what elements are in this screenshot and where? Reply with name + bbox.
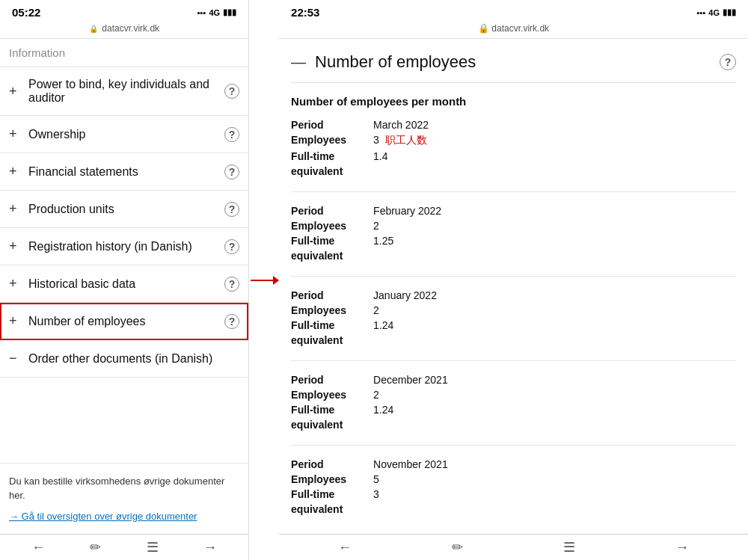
right-address-bar: 🔒 datacvr.virk.dk (279, 22, 748, 39)
menu-item-financial[interactable]: +Financial statements? (0, 153, 248, 191)
right-bottom-toolbar: ← ✏ ☰ → (279, 534, 748, 560)
top-item-label: Information (0, 39, 248, 67)
data-key-2-0: Period (291, 289, 373, 302)
info-text: Du kan bestille virksomhedens øvrige dok… (9, 476, 224, 502)
right-forward-icon[interactable]: → (675, 540, 689, 556)
data-row-2-3: equivalent (291, 333, 736, 347)
menu-label-employees: Number of employees (28, 315, 224, 328)
left-address-bar: 🔒 datacvr.virk.dk (0, 22, 248, 39)
data-key-0-2: Full-time (291, 150, 373, 163)
data-block-4: PeriodNovember 2021Employees5Full-time3e… (291, 458, 736, 529)
data-row-2-0: PeriodJanuary 2022 (291, 289, 736, 302)
section-help-icon[interactable]: ? (720, 54, 736, 70)
menu-prefix-power: + (9, 84, 21, 99)
info-link[interactable]: → Gå til oversigten over øvrige dokument… (9, 509, 239, 524)
data-row-4-0: PeriodNovember 2021 (291, 458, 736, 471)
menu-item-power[interactable]: +Power to bind, key individuals and audi… (0, 67, 248, 116)
menu-prefix-production: + (9, 201, 21, 217)
menu-item-ownership[interactable]: +Ownership? (0, 116, 248, 153)
menu-prefix-order: − (9, 351, 21, 366)
data-value-3-3 (373, 418, 736, 431)
data-row-4-2: Full-time3 (291, 487, 736, 501)
section-title: Number of employees (315, 52, 720, 72)
edit-icon[interactable]: ✏ (90, 539, 101, 556)
right-url: datacvr.virk.dk (491, 23, 549, 34)
menu-prefix-registration: + (9, 239, 21, 254)
forward-icon[interactable]: → (203, 540, 217, 556)
data-value-0-3 (373, 164, 736, 178)
menu-item-order[interactable]: −Order other documents (in Danish) (0, 340, 248, 378)
data-key-4-1: Employees (291, 473, 373, 486)
help-icon-historical[interactable]: ? (224, 277, 239, 292)
help-icon-employees[interactable]: ? (224, 314, 239, 329)
right-battery-icon: ▮▮▮ (723, 7, 736, 17)
help-icon-ownership[interactable]: ? (224, 127, 239, 142)
right-back-icon[interactable]: ← (338, 540, 352, 556)
right-network-icon: 4G (708, 8, 720, 17)
data-row-0-2: Full-time1.4 (291, 150, 736, 163)
lock-icon: 🔒 (89, 25, 98, 33)
data-row-0-1: Employees3职工人数 (291, 133, 736, 148)
menu-item-registration[interactable]: +Registration history (in Danish)? (0, 228, 248, 265)
help-icon-financial[interactable]: ? (224, 164, 239, 179)
menu-label-ownership: Ownership (28, 128, 224, 141)
data-key-2-2: Full-time (291, 319, 373, 332)
menu-label-order: Order other documents (in Danish) (28, 352, 239, 366)
data-key-0-0: Period (291, 118, 373, 132)
data-row-3-3: equivalent (291, 418, 736, 431)
menu-prefix-employees: + (9, 313, 21, 329)
data-key-2-1: Employees (291, 304, 373, 317)
data-key-0-1: Employees (291, 133, 373, 148)
right-time: 22:53 (291, 6, 319, 19)
left-url: datacvr.virk.dk (102, 23, 159, 34)
help-icon-registration[interactable]: ? (224, 239, 239, 254)
data-key-4-0: Period (291, 458, 373, 471)
menu-prefix-financial: + (9, 164, 21, 179)
section-header: — Number of employees ? (291, 39, 736, 83)
data-key-3-0: Period (291, 373, 373, 387)
data-key-3-3: equivalent (291, 418, 373, 431)
data-block-2: PeriodJanuary 2022Employees2Full-time1.2… (291, 289, 736, 361)
menu-item-employees[interactable]: +Number of employees? (0, 303, 248, 340)
data-block-3: PeriodDecember 2021Employees2Full-time1.… (291, 373, 736, 446)
menu-prefix-ownership: + (9, 126, 21, 142)
data-value-2-3 (373, 333, 736, 347)
right-panel: 22:53 ▪▪▪ 4G ▮▮▮ 🔒 datacvr.virk.dk — Num… (279, 0, 748, 560)
menu-item-historical[interactable]: +Historical basic data? (0, 265, 248, 303)
help-icon-power[interactable]: ? (224, 84, 239, 99)
signal-icon: ▪▪▪ (197, 8, 206, 17)
right-edit-icon[interactable]: ✏ (452, 539, 463, 556)
data-value-1-0: February 2022 (373, 204, 736, 218)
left-time: 05:22 (12, 6, 40, 19)
menu-item-production[interactable]: +Production units? (0, 191, 248, 228)
data-row-1-0: PeriodFebruary 2022 (291, 204, 736, 218)
data-row-3-0: PeriodDecember 2021 (291, 373, 736, 387)
minus-icon: — (291, 54, 306, 71)
left-status-bar: 05:22 ▪▪▪ 4G ▮▮▮ (0, 0, 248, 22)
right-list-icon[interactable]: ☰ (563, 539, 575, 556)
red-arrow-icon (249, 265, 279, 295)
list-icon[interactable]: ☰ (147, 539, 159, 556)
svg-marker-1 (273, 276, 279, 285)
data-row-3-1: Employees2 (291, 388, 736, 401)
back-icon[interactable]: ← (31, 540, 45, 556)
data-extra-0-1: 职工人数 (385, 134, 427, 146)
data-row-3-2: Full-time1.24 (291, 403, 736, 416)
data-key-1-3: equivalent (291, 249, 373, 262)
data-key-3-2: Full-time (291, 403, 373, 416)
left-status-icons: ▪▪▪ 4G ▮▮▮ (197, 7, 236, 17)
data-key-4-2: Full-time (291, 487, 373, 501)
network-icon: 4G (209, 8, 220, 17)
data-value-0-1: 3职工人数 (373, 133, 736, 148)
data-row-1-1: Employees2 (291, 219, 736, 233)
data-value-3-0: December 2021 (373, 373, 736, 387)
data-row-1-2: Full-time1.25 (291, 234, 736, 247)
info-section: Du kan bestille virksomhedens øvrige dok… (0, 463, 248, 535)
data-value-4-2: 3 (373, 487, 736, 501)
menu-label-registration: Registration history (in Danish) (28, 240, 224, 253)
data-value-2-0: January 2022 (373, 289, 736, 302)
data-value-1-1: 2 (373, 219, 736, 233)
menu-label-power: Power to bind, key individuals and audit… (28, 78, 224, 105)
data-row-2-2: Full-time1.24 (291, 319, 736, 332)
help-icon-production[interactable]: ? (224, 202, 239, 217)
